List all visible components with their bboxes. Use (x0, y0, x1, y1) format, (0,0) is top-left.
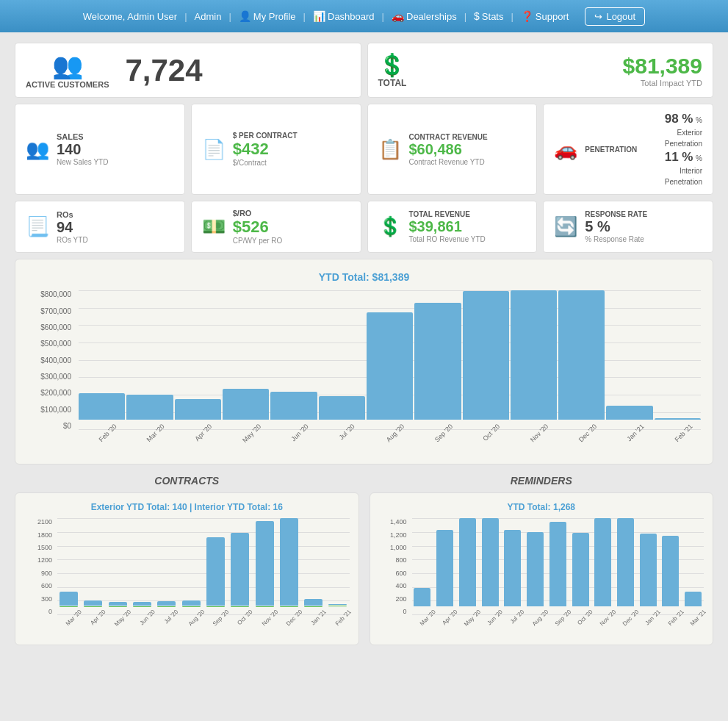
contracts-bar-col: Nov '20 (253, 518, 275, 615)
penetration-ext-value: 98 % (665, 112, 693, 126)
contracts-chart-section: CONTRACTS Exterior YTD Total: 140 | Inte… (15, 475, 359, 645)
contracts-bars: Mar '20Apr '20May '20Jun '20Jul '20Aug '… (24, 518, 350, 636)
main-bar (223, 389, 269, 420)
contracts-ext-bar (231, 533, 249, 606)
reminders-bar (459, 518, 476, 606)
main-chart-wrap: $800,000$700,000$600,000$500,000$400,000… (27, 290, 701, 452)
total-revenue-info: TOTAL REVENUE $39,861 Total RO Revenue Y… (409, 210, 486, 243)
penetration-int-value: 11 % (665, 150, 693, 164)
stat-row-2: 👥 SALES 140 New Sales YTD 📄 $ PER CONTRA… (15, 104, 713, 195)
bar-xlabel: Jul '20 (338, 423, 356, 441)
reminders-bar-col: Jan '21 (638, 518, 659, 615)
reminders-bar-col: Dec '20 (615, 518, 636, 615)
response-rate-sublabel: % Response Rate (585, 235, 647, 243)
reminders-bar-xlabel: Mar '21 (689, 609, 707, 627)
contracts-int-bar (84, 606, 102, 607)
contracts-bar-col: Apr '20 (82, 518, 104, 615)
sro-value: $526 (233, 218, 283, 237)
penetration-info: PENETRATION (585, 146, 637, 154)
main-bar-col: Jan '21 (606, 290, 652, 430)
response-rate-info: RESPONSE RATE 5 % % Response Rate (585, 210, 647, 243)
main-bar (463, 291, 509, 420)
bar-xlabel: Nov '20 (529, 423, 549, 443)
dealerships-link[interactable]: 🚗Dealerships (392, 10, 457, 22)
sro-info: $/RO $526 CP/WY per RO (233, 209, 283, 245)
bar-xlabel: May '20 (241, 423, 262, 444)
ros-card: 📃 ROs 94 ROs YTD (15, 201, 185, 253)
contracts-bar-xlabel: Jul '20 (163, 609, 180, 625)
contracts-ext-bar (84, 600, 102, 606)
contract-revenue-value: $60,486 (409, 141, 488, 158)
stats-link[interactable]: $Stats (474, 10, 503, 22)
sales-icon: 👥 (26, 138, 49, 161)
contract-revenue-info: CONTRACT REVENUE $60,486 Contract Revenu… (409, 133, 488, 166)
contracts-bar-col: Oct '20 (228, 518, 251, 615)
ros-sublabel: ROs YTD (57, 236, 88, 244)
main-chart-bars: Feb '20Mar '20Apr '20May '20Jun '20Jul '… (27, 290, 701, 452)
contracts-bar-xlabel: Nov '20 (260, 609, 278, 627)
stat-row-3: 📃 ROs 94 ROs YTD 💵 $/RO $526 CP/WY per R… (15, 201, 713, 253)
reminders-bar (549, 522, 566, 606)
total-revenue-label: TOTAL REVENUE (409, 210, 486, 218)
contracts-ext-bar (60, 592, 78, 605)
question-icon: ❓ (521, 10, 533, 22)
contracts-ext-bar (182, 600, 201, 605)
support-link[interactable]: ❓Support (521, 10, 569, 22)
profile-icon: 👤 (239, 10, 251, 22)
per-contract-card: 📄 $ PER CONTRACT $432 $/Contract (191, 104, 361, 195)
car-icon: 🚗 (392, 10, 404, 22)
admin-link[interactable]: Admin (195, 11, 222, 22)
main-bar-col: Jun '20 (270, 290, 317, 430)
dashboard-link[interactable]: 📊Dashboard (313, 10, 375, 22)
total-revenue-value: $39,861 (409, 218, 486, 235)
contracts-int-bar (133, 606, 151, 607)
reminders-bar-col: Mar '20 (412, 518, 433, 615)
contracts-ext-bar (109, 602, 127, 606)
penetration-values: 98 % % Exterior Penetration 11 % % Inter… (644, 112, 702, 187)
total-revenue-icon: 💲 (378, 215, 402, 238)
contracts-section-title: CONTRACTS (15, 475, 359, 487)
contract-revenue-sublabel: Contract Revenue YTD (409, 158, 488, 166)
reminders-bar-xlabel: Aug '20 (531, 609, 549, 627)
main-bar (558, 290, 605, 420)
contracts-ext-bar (133, 602, 151, 605)
reminders-bar-xlabel: Oct '20 (577, 609, 594, 626)
reminders-bar-xlabel: Mar '20 (418, 609, 436, 627)
reminders-section-title: REMINDERS (370, 475, 714, 487)
contracts-bar-xlabel: Mar '20 (65, 609, 83, 627)
reminders-bar (414, 588, 430, 606)
penetration-icon: 🚗 (554, 138, 577, 161)
sales-sublabel: New Sales YTD (57, 158, 108, 166)
sro-label: $/RO (233, 209, 283, 218)
welcome-text: Welcome, Admin User (83, 11, 177, 22)
contracts-chart-inner: 21001800150012009006003000 Mar '20Apr '2… (24, 518, 350, 636)
reminders-chart-title: YTD Total: 1,268 (379, 502, 704, 512)
main-bar-col: Nov '20 (511, 290, 557, 430)
contracts-bar-col: Sep '20 (204, 518, 227, 615)
contracts-int-bar (206, 606, 225, 607)
contracts-int-bar (328, 606, 347, 606)
reminders-bar-xlabel: Feb '21 (666, 609, 685, 627)
total-sublabel: Total Impact YTD (623, 79, 702, 87)
active-customers-label: ACTIVE CUSTOMERS (26, 80, 109, 90)
contracts-ext-bar (304, 599, 322, 605)
sro-sublabel: CP/WY per RO (233, 237, 283, 245)
main-bar-col: Apr '20 (175, 290, 221, 430)
logout-button[interactable]: ↪ Logout (585, 7, 645, 26)
reminders-bar (482, 518, 499, 606)
contract-revenue-label: CONTRACT REVENUE (409, 133, 488, 141)
reminders-bar-col: May '20 (457, 518, 478, 615)
reminders-bar-col: Feb '21 (660, 518, 682, 615)
contracts-bar-xlabel: Feb '21 (334, 609, 352, 627)
reminders-bar-col: Mar '21 (682, 518, 704, 615)
my-profile-link[interactable]: 👤My Profile (239, 10, 296, 22)
total-value: $81,389 (623, 54, 702, 79)
contracts-bar-col: Mar '20 (57, 518, 80, 615)
main-bar (175, 399, 221, 420)
sales-label: SALES (57, 132, 108, 141)
contract-revenue-card: 📋 CONTRACT REVENUE $60,486 Contract Reve… (367, 104, 538, 195)
reminders-bar (572, 533, 589, 606)
main-bar-col: Feb '20 (79, 290, 125, 430)
reminders-chart-wrap: YTD Total: 1,268 1,4001,2001,00080060040… (370, 492, 714, 645)
contracts-bar-xlabel: Jun '20 (138, 609, 156, 626)
